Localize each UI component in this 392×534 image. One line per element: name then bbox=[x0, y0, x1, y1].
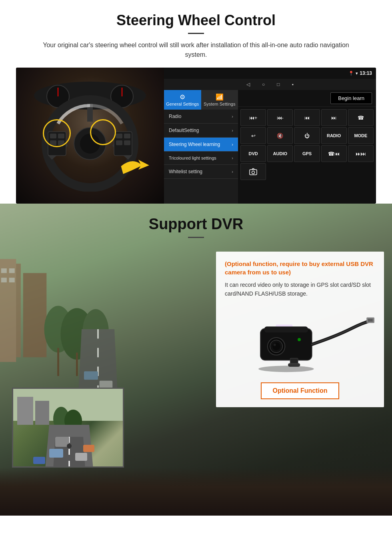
recent-nav-btn[interactable]: □ bbox=[277, 82, 280, 87]
chevron-right-icon: › bbox=[232, 114, 233, 119]
svg-rect-66 bbox=[33, 457, 45, 464]
svg-rect-32 bbox=[57, 348, 59, 376]
back-nav-btn[interactable]: ◁ bbox=[246, 82, 250, 87]
home-nav-btn[interactable]: ○ bbox=[262, 82, 265, 87]
svg-rect-15 bbox=[116, 134, 122, 138]
vol-down-btn[interactable]: ⏮- bbox=[267, 109, 293, 126]
dvr-description: It can record video only to storage in G… bbox=[225, 280, 375, 298]
svg-rect-18 bbox=[124, 140, 130, 145]
svg-rect-27 bbox=[1, 278, 7, 282]
prev-track-btn[interactable]: ⏮ bbox=[294, 109, 320, 126]
begin-learn-button[interactable]: Begin learn bbox=[330, 92, 372, 104]
menu-item-defaultsetting[interactable]: DefaultSetting › bbox=[164, 124, 238, 138]
menu-item-whitelist[interactable]: Whitelist setting › bbox=[164, 165, 238, 179]
mute-btn[interactable]: 🔇 bbox=[267, 127, 293, 144]
android-content: ⚙ General Settings 📶 System Settings Rad… bbox=[164, 90, 376, 204]
android-statusbar: 📍 ▾ 13:13 bbox=[164, 68, 376, 79]
audio-btn[interactable]: AUDIO bbox=[267, 145, 293, 162]
gps-btn[interactable]: GPS bbox=[294, 145, 320, 162]
svg-rect-62 bbox=[49, 449, 63, 458]
dvr-info-card: (Optional function, require to buy exter… bbox=[216, 252, 384, 407]
svg-rect-67 bbox=[83, 445, 94, 452]
optional-function-button[interactable]: Optional Function bbox=[261, 382, 340, 399]
chevron-right-icon-3: › bbox=[232, 142, 233, 147]
title-divider bbox=[188, 33, 204, 34]
svg-point-20 bbox=[252, 171, 255, 174]
svg-rect-16 bbox=[124, 134, 130, 138]
yellow-circle-right bbox=[90, 119, 116, 145]
mode-btn[interactable]: MODE bbox=[348, 127, 374, 144]
settings-tabs: ⚙ General Settings 📶 System Settings bbox=[164, 90, 238, 110]
menu-item-steering-wheel[interactable]: Steering Wheel learning › bbox=[164, 138, 238, 152]
general-settings-icon: ⚙ bbox=[166, 93, 200, 101]
svg-rect-56 bbox=[35, 401, 49, 425]
dvr-camera-svg bbox=[225, 304, 375, 376]
chevron-right-icon-5: › bbox=[232, 169, 233, 174]
menu-item-radio[interactable]: Radio › bbox=[164, 110, 238, 124]
dashboard-area bbox=[0, 468, 392, 516]
tab-system[interactable]: 📶 System Settings bbox=[201, 90, 238, 110]
tab-general[interactable]: ⚙ General Settings bbox=[164, 90, 201, 110]
svg-rect-33 bbox=[76, 353, 78, 376]
menu-nav-btn[interactable]: ▪ bbox=[292, 82, 294, 87]
svg-rect-23 bbox=[23, 273, 47, 358]
chevron-right-icon-4: › bbox=[232, 156, 233, 160]
dvr-preview-svg bbox=[13, 389, 124, 468]
page-title: Steering Wheel Control bbox=[16, 12, 376, 29]
yellow-arrow-svg bbox=[116, 153, 152, 179]
svg-rect-28 bbox=[9, 278, 15, 282]
svg-rect-55 bbox=[17, 397, 33, 425]
right-control-panel: Begin learn ⏮+ ⏮- ⏮ ⏭ ☎ ↩ 🔇 ⏻ RADIO MODE… bbox=[238, 90, 376, 204]
svg-point-44 bbox=[272, 342, 280, 350]
vol-up-btn[interactable]: ⏮+ bbox=[240, 109, 266, 126]
power-btn[interactable]: ⏻ bbox=[294, 127, 320, 144]
svg-rect-36 bbox=[84, 371, 98, 380]
time-display: 13:13 bbox=[360, 70, 372, 76]
radio-btn[interactable]: RADIO bbox=[321, 127, 347, 144]
svg-point-65 bbox=[67, 444, 72, 448]
svg-point-46 bbox=[298, 338, 301, 341]
svg-point-53 bbox=[258, 366, 314, 372]
yellow-circle-left bbox=[43, 119, 71, 147]
svg-point-45 bbox=[274, 344, 276, 346]
statusbar-icons: 📍 ▾ 13:13 bbox=[348, 70, 372, 76]
location-icon: 📍 bbox=[348, 71, 354, 76]
phone-btn[interactable]: ☎ bbox=[348, 109, 374, 126]
begin-learn-row: Begin learn bbox=[238, 90, 376, 107]
svg-rect-49 bbox=[368, 319, 370, 321]
phone-prev-btn[interactable]: ☎⏮ bbox=[321, 145, 347, 162]
svg-rect-17 bbox=[116, 140, 122, 145]
dvr-preview-image bbox=[12, 388, 124, 468]
camera-icon bbox=[249, 168, 257, 175]
menu-item-tricoloured[interactable]: Tricoloured light settings › bbox=[164, 152, 238, 165]
android-navbar: ◁ ○ □ ▪ bbox=[164, 79, 376, 90]
control-buttons-grid: ⏮+ ⏮- ⏮ ⏭ ☎ ↩ 🔇 ⏻ RADIO MODE DVD AUDIO G… bbox=[238, 107, 376, 182]
next-track-btn[interactable]: ⏭ bbox=[321, 109, 347, 126]
svg-rect-26 bbox=[9, 268, 15, 273]
svg-rect-63 bbox=[75, 453, 87, 461]
svg-rect-41 bbox=[264, 326, 308, 332]
steering-photo bbox=[16, 68, 164, 204]
system-settings-icon: 📶 bbox=[203, 93, 237, 101]
svg-rect-50 bbox=[370, 319, 372, 321]
left-menu: ⚙ General Settings 📶 System Settings Rad… bbox=[164, 90, 238, 204]
svg-rect-37 bbox=[100, 381, 113, 388]
ui-screenshot: 📍 ▾ 13:13 ◁ ○ □ ▪ ⚙ bbox=[16, 68, 376, 204]
dvr-camera-image bbox=[225, 304, 375, 376]
chevron-right-icon-2: › bbox=[232, 128, 233, 133]
skip-btn[interactable]: ⏭⏭ bbox=[348, 145, 374, 162]
android-ui-panel: 📍 ▾ 13:13 ◁ ○ □ ▪ ⚙ bbox=[164, 68, 376, 204]
dvr-title-divider bbox=[188, 237, 204, 238]
dvr-section: Support DVR (Optional function, require … bbox=[0, 204, 392, 516]
dvr-section-title: Support DVR bbox=[0, 216, 392, 233]
wifi-icon: ▾ bbox=[356, 71, 358, 76]
svg-rect-25 bbox=[1, 268, 7, 273]
dvr-title-area: Support DVR bbox=[0, 204, 392, 242]
svg-rect-22 bbox=[0, 259, 16, 362]
section-subtitle: Your original car's steering wheel contr… bbox=[32, 40, 360, 60]
back-btn[interactable]: ↩ bbox=[240, 127, 266, 144]
camera-btn[interactable] bbox=[240, 163, 266, 180]
steering-section: Steering Wheel Control Your original car… bbox=[0, 0, 392, 204]
dvr-optional-text: (Optional function, require to buy exter… bbox=[225, 260, 375, 276]
dvd-btn[interactable]: DVD bbox=[240, 145, 266, 162]
